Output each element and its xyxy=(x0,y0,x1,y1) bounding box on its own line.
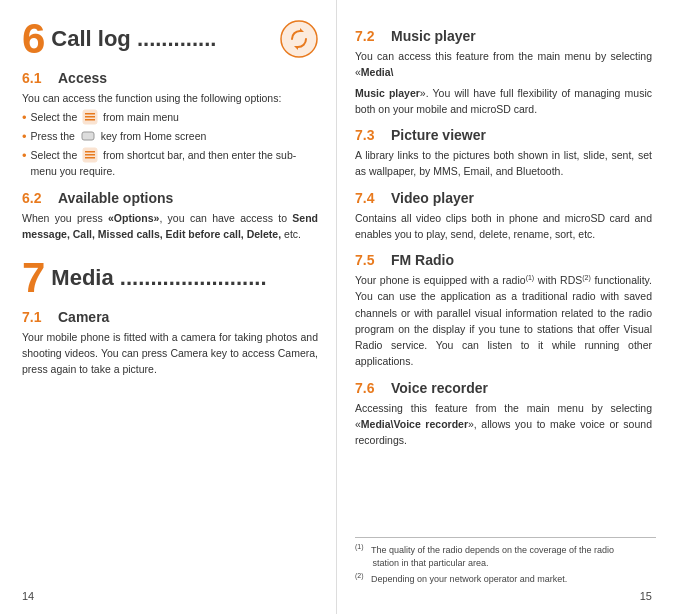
section-6-1-bullets: • Select the from main menu • Press the … xyxy=(22,110,318,180)
menu-icon-1 xyxy=(82,109,98,125)
bullet-text-1: Select the from main menu xyxy=(31,110,179,126)
shortcut-icon xyxy=(82,147,98,163)
section-7-4-title: Video player xyxy=(391,190,474,206)
bullet-2: • Press the key from Home screen xyxy=(22,129,318,146)
bullet-3: • Select the from shortcut bar, and then… xyxy=(22,148,318,180)
page-num-left: 14 xyxy=(22,590,34,602)
section-7-4-body: Contains all video clips both in phone a… xyxy=(355,210,652,243)
chapter6-heading: 6 Call log ............. xyxy=(22,18,318,60)
section-7-5-num: 7.5 xyxy=(355,252,383,268)
section-7-6-heading: 7.6 Voice recorder xyxy=(355,380,652,396)
chapter6-number: 6 xyxy=(22,18,45,60)
section-7-5-heading: 7.5 FM Radio xyxy=(355,252,652,268)
section-7-1-heading: 7.1 Camera xyxy=(22,309,318,325)
section-7-2-body2: Music player». You will have full flexib… xyxy=(355,85,652,118)
section-7-6-title: Voice recorder xyxy=(391,380,488,396)
footnote-area: (1) The quality of the radio depends on … xyxy=(355,537,656,587)
section-7-2-num: 7.2 xyxy=(355,28,383,44)
section-7-6-num: 7.6 xyxy=(355,380,383,396)
chapter7-heading: 7 Media ........................ xyxy=(22,257,318,299)
section-7-1-num: 7.1 xyxy=(22,309,50,325)
section-7-3-body: A library links to the pictures both sho… xyxy=(355,147,652,180)
bullet-dot-3: • xyxy=(22,148,27,165)
section-7-4-heading: 7.4 Video player xyxy=(355,190,652,206)
section-7-3-title: Picture viewer xyxy=(391,127,486,143)
footnote-2: (2) Depending on your network operator a… xyxy=(355,571,656,587)
svg-rect-5 xyxy=(85,113,95,115)
key-icon xyxy=(80,128,96,144)
section-7-5-title: FM Radio xyxy=(391,252,454,268)
section-7-2-heading: 7.2 Music player xyxy=(355,28,652,44)
section-6-1-body: You can access the function using the fo… xyxy=(22,90,318,106)
section-6-2-body: When you press «Options», you can have a… xyxy=(22,210,318,243)
page-num-right: 15 xyxy=(640,590,652,602)
svg-rect-10 xyxy=(85,151,95,153)
right-page: 7.2 Music player You can access this fea… xyxy=(337,0,674,614)
section-6-2-num: 6.2 xyxy=(22,190,50,206)
svg-rect-6 xyxy=(85,116,95,118)
svg-rect-12 xyxy=(85,157,95,159)
chapter6-title: Call log ............. xyxy=(51,26,274,52)
chapter7-number: 7 xyxy=(22,257,45,299)
section-7-3-heading: 7.3 Picture viewer xyxy=(355,127,652,143)
section-6-1-title: Access xyxy=(58,70,107,86)
section-7-2-title: Music player xyxy=(391,28,476,44)
bullet-dot-2: • xyxy=(22,129,27,146)
section-7-1-title: Camera xyxy=(58,309,109,325)
section-7-3-num: 7.3 xyxy=(355,127,383,143)
footnote-1: (1) The quality of the radio depends on … xyxy=(355,542,656,571)
page-spread: 6 Call log ............. 6.1 Access You … xyxy=(0,0,674,614)
bullet-1: • Select the from main menu xyxy=(22,110,318,127)
section-7-6-body: Accessing this feature from the main men… xyxy=(355,400,652,449)
svg-rect-8 xyxy=(82,132,94,140)
section-6-1-heading: 6.1 Access xyxy=(22,70,318,86)
section-6-2-title: Available options xyxy=(58,190,173,206)
section-7-2-body: You can access this feature from the mai… xyxy=(355,48,652,81)
bullet-text-3: Select the from shortcut bar, and then e… xyxy=(31,148,318,180)
section-6-1-num: 6.1 xyxy=(22,70,50,86)
section-7-4-num: 7.4 xyxy=(355,190,383,206)
chapter7-title: Media ........................ xyxy=(51,265,318,291)
call-log-icon xyxy=(280,20,318,58)
bullet-text-2: Press the key from Home screen xyxy=(31,129,207,145)
section-7-1-body: Your mobile phone is fitted with a camer… xyxy=(22,329,318,378)
section-6-2-heading: 6.2 Available options xyxy=(22,190,318,206)
bullet-dot-1: • xyxy=(22,110,27,127)
section-7-5-body: Your phone is equipped with a radio(1) w… xyxy=(355,272,652,370)
svg-rect-7 xyxy=(85,119,95,121)
left-page: 6 Call log ............. 6.1 Access You … xyxy=(0,0,337,614)
svg-rect-11 xyxy=(85,154,95,156)
